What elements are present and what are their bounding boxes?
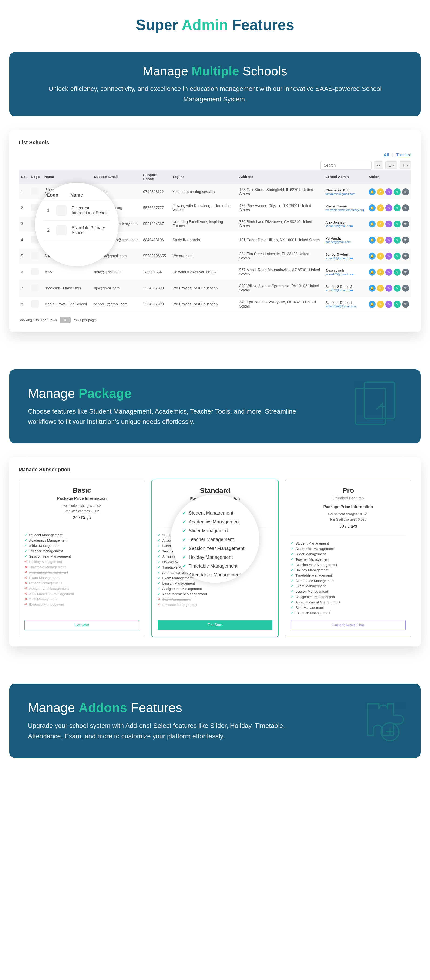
confirm-button[interactable]: ✎ bbox=[394, 269, 401, 276]
edit-button[interactable]: ✎ bbox=[385, 237, 392, 243]
hero-title: Super Admin Features bbox=[9, 16, 421, 33]
column-header[interactable]: No. bbox=[19, 170, 29, 184]
column-header[interactable]: Action bbox=[366, 170, 411, 184]
column-header[interactable]: Support Phone bbox=[141, 170, 170, 184]
confirm-button[interactable]: ✎ bbox=[394, 285, 401, 292]
packages-panel: Manage Subscription BasicPackage Price I… bbox=[9, 457, 421, 646]
warn-button[interactable]: ✕ bbox=[377, 221, 384, 228]
feature-item: Expense Management bbox=[158, 602, 272, 607]
feature-item: Timetable Management bbox=[291, 573, 406, 578]
view-button[interactable]: 🔔 bbox=[369, 204, 376, 212]
edit-button[interactable]: ✎ bbox=[385, 269, 392, 276]
banner-package: Manage Package Choose features like Stud… bbox=[9, 369, 421, 444]
zoom-feature: Slider Management bbox=[182, 526, 248, 535]
banner-title: Manage Addons Features bbox=[28, 700, 402, 715]
view-button[interactable]: 🔔 bbox=[369, 269, 376, 276]
warn-button[interactable]: ✕ bbox=[377, 204, 384, 212]
feature-item: Announcement Management bbox=[291, 600, 406, 605]
package-action-button[interactable]: Current Active Plan bbox=[291, 620, 406, 630]
confirm-button[interactable]: ✎ bbox=[394, 253, 401, 259]
view-button[interactable]: 🔔 bbox=[369, 253, 376, 259]
banner-title: Manage Multiple Schools bbox=[23, 64, 407, 78]
columns-button[interactable]: ☰ ▾ bbox=[385, 161, 397, 169]
view-button[interactable]: 🔔 bbox=[369, 188, 376, 196]
feature-item: Exam Management bbox=[291, 583, 406, 589]
confirm-button[interactable]: ✎ bbox=[394, 221, 401, 228]
feature-item: Assignment Management bbox=[291, 594, 406, 600]
warn-button[interactable]: ✕ bbox=[377, 253, 384, 259]
school-logo bbox=[31, 188, 39, 195]
confirm-button[interactable]: ✎ bbox=[394, 188, 401, 196]
column-header[interactable]: Tagline bbox=[170, 170, 237, 184]
feature-item: Session Year Management bbox=[24, 554, 139, 559]
zoom-lens-features: Student ManagementAcademics ManagementSl… bbox=[171, 495, 259, 583]
warn-button[interactable]: ✕ bbox=[377, 237, 384, 243]
view-button[interactable]: 🔔 bbox=[369, 301, 376, 308]
tab-trashed[interactable]: Trashed bbox=[396, 153, 411, 157]
delete-button[interactable]: 🗑 bbox=[402, 237, 409, 243]
view-button[interactable]: 🔔 bbox=[369, 285, 376, 292]
panel-title: List Schools bbox=[19, 140, 411, 146]
package-action-button[interactable]: Get Start bbox=[24, 620, 139, 630]
feature-item: Teacher Management bbox=[24, 548, 139, 554]
zoom-lens: LogoName 1Pinecrest International School… bbox=[35, 183, 119, 266]
feature-item: Slider Management bbox=[291, 551, 406, 557]
zoom-feature: Timetable Management bbox=[182, 562, 248, 570]
zoom-feature: Teacher Management bbox=[182, 535, 248, 544]
column-header[interactable]: Name bbox=[42, 170, 92, 184]
zoom-feature: Session Year Management bbox=[182, 544, 248, 553]
view-button[interactable]: 🔔 bbox=[369, 237, 376, 243]
zoom-feature: Holiday Management bbox=[182, 553, 248, 562]
feature-item: Announcement Management bbox=[158, 591, 272, 597]
feature-item: Slider Management bbox=[24, 543, 139, 548]
edit-button[interactable]: ✎ bbox=[385, 221, 392, 228]
warn-button[interactable]: ✕ bbox=[377, 188, 384, 196]
delete-button[interactable]: 🗑 bbox=[402, 285, 409, 292]
delete-button[interactable]: 🗑 bbox=[402, 188, 409, 196]
column-header[interactable]: School Admin bbox=[323, 170, 366, 184]
banner-desc: Unlock efficiency, connectivity, and exc… bbox=[40, 84, 390, 105]
feature-item: Teacher Management bbox=[291, 557, 406, 562]
column-header[interactable]: Address bbox=[237, 170, 323, 184]
column-header[interactable]: Support Email bbox=[92, 170, 141, 184]
addons-icon bbox=[351, 693, 407, 749]
export-button[interactable]: ⬇ ▾ bbox=[400, 161, 411, 169]
confirm-button[interactable]: ✎ bbox=[394, 204, 401, 212]
search-input[interactable] bbox=[320, 161, 372, 170]
package-action-button[interactable]: Get Start bbox=[158, 620, 272, 630]
edit-button[interactable]: ✎ bbox=[385, 301, 392, 308]
school-logo bbox=[31, 252, 39, 259]
feature-item: Staff Management bbox=[158, 597, 272, 602]
filter-tabs: All | Trashed bbox=[384, 153, 411, 158]
column-header[interactable]: Logo bbox=[29, 170, 42, 184]
banner-addons: Manage Addons Features Upgrade your scho… bbox=[9, 684, 421, 758]
edit-button[interactable]: ✎ bbox=[385, 204, 392, 212]
edit-button[interactable]: ✎ bbox=[385, 285, 392, 292]
zoom-row: 2Riverdale Primary School bbox=[43, 221, 110, 240]
warn-button[interactable]: ✕ bbox=[377, 285, 384, 292]
view-button[interactable]: 🔔 bbox=[369, 221, 376, 228]
feature-item: Attendance Management bbox=[291, 578, 406, 583]
warn-button[interactable]: ✕ bbox=[377, 301, 384, 308]
delete-button[interactable]: 🗑 bbox=[402, 301, 409, 308]
feature-item: Holiday Management bbox=[291, 567, 406, 573]
page-size[interactable]: 10 bbox=[60, 317, 70, 323]
refresh-button[interactable]: ↻ bbox=[374, 161, 383, 169]
warn-button[interactable]: ✕ bbox=[377, 269, 384, 276]
delete-button[interactable]: 🗑 bbox=[402, 221, 409, 228]
confirm-button[interactable]: ✎ bbox=[394, 237, 401, 243]
table-row: 8 Maple Grove High School school1@gmail.… bbox=[19, 296, 411, 312]
delete-button[interactable]: 🗑 bbox=[402, 269, 409, 276]
delete-button[interactable]: 🗑 bbox=[402, 253, 409, 259]
banner-title: Manage Package bbox=[28, 386, 402, 401]
edit-button[interactable]: ✎ bbox=[385, 253, 392, 259]
delete-button[interactable]: 🗑 bbox=[402, 204, 409, 212]
feature-list: Student ManagementAcademics ManagementSl… bbox=[24, 532, 139, 607]
feature-item: Timetable Management bbox=[24, 564, 139, 570]
package-name: Pro bbox=[291, 487, 406, 494]
school-logo bbox=[31, 300, 39, 307]
tab-all[interactable]: All bbox=[384, 153, 389, 157]
package-name: Basic bbox=[24, 487, 139, 494]
confirm-button[interactable]: ✎ bbox=[394, 301, 401, 308]
edit-button[interactable]: ✎ bbox=[385, 188, 392, 196]
